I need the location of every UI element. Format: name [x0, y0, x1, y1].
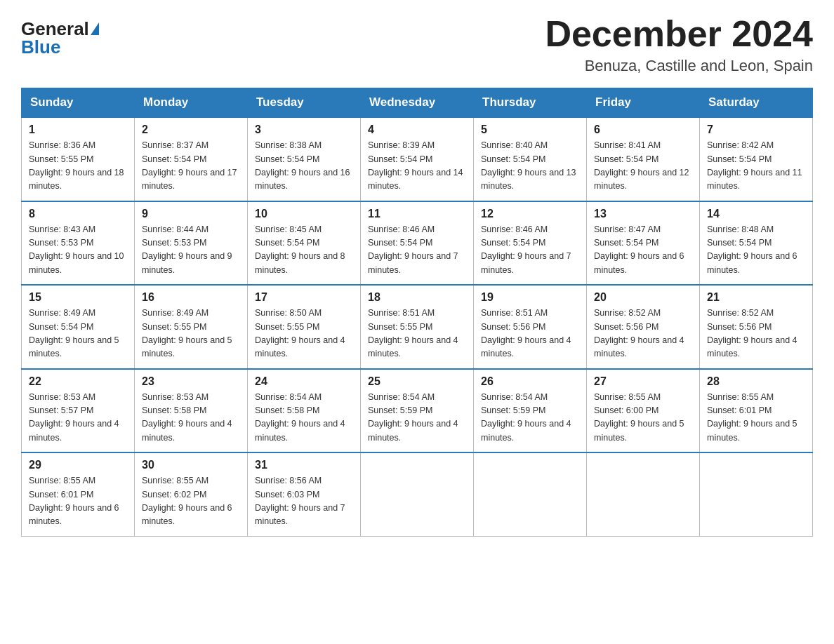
day-info: Sunrise: 8:49 AMSunset: 5:54 PMDaylight:…: [29, 307, 127, 361]
table-row: 4Sunrise: 8:39 AMSunset: 5:54 PMDaylight…: [361, 117, 474, 201]
table-row: 25Sunrise: 8:54 AMSunset: 5:59 PMDayligh…: [361, 369, 474, 453]
day-number: 21: [707, 291, 805, 304]
day-number: 14: [707, 208, 805, 220]
day-info: Sunrise: 8:53 AMSunset: 5:57 PMDaylight:…: [29, 391, 127, 445]
table-row: 30Sunrise: 8:55 AMSunset: 6:02 PMDayligh…: [135, 452, 248, 536]
day-number: 12: [481, 208, 579, 220]
day-number: 29: [29, 459, 127, 471]
day-number: 13: [594, 208, 692, 220]
day-number: 2: [142, 123, 240, 136]
calendar-week-row: 15Sunrise: 8:49 AMSunset: 5:54 PMDayligh…: [22, 285, 813, 369]
day-info: Sunrise: 8:53 AMSunset: 5:58 PMDaylight:…: [142, 391, 240, 445]
day-number: 25: [368, 375, 466, 388]
day-info: Sunrise: 8:43 AMSunset: 5:53 PMDaylight:…: [29, 223, 127, 278]
day-number: 11: [368, 208, 466, 220]
weekday-header-sunday: Sunday: [22, 88, 135, 118]
day-info: Sunrise: 8:50 AMSunset: 5:55 PMDaylight:…: [255, 307, 353, 361]
table-row: 3Sunrise: 8:38 AMSunset: 5:54 PMDaylight…: [248, 117, 361, 201]
table-row: 9Sunrise: 8:44 AMSunset: 5:53 PMDaylight…: [135, 201, 248, 286]
weekday-header-tuesday: Tuesday: [248, 88, 361, 118]
day-info: Sunrise: 8:36 AMSunset: 5:55 PMDaylight:…: [29, 139, 127, 194]
day-info: Sunrise: 8:46 AMSunset: 5:54 PMDaylight:…: [368, 223, 466, 278]
day-number: 18: [368, 291, 466, 304]
table-row: 26Sunrise: 8:54 AMSunset: 5:59 PMDayligh…: [474, 369, 587, 453]
day-info: Sunrise: 8:47 AMSunset: 5:54 PMDaylight:…: [594, 223, 692, 278]
table-row: 23Sunrise: 8:53 AMSunset: 5:58 PMDayligh…: [135, 369, 248, 453]
day-number: 17: [255, 291, 353, 304]
day-number: 15: [29, 291, 127, 304]
day-number: 22: [29, 375, 127, 388]
table-row: 15Sunrise: 8:49 AMSunset: 5:54 PMDayligh…: [22, 285, 135, 369]
calendar-table: SundayMondayTuesdayWednesdayThursdayFrid…: [21, 88, 813, 537]
day-number: 30: [142, 459, 240, 471]
table-row: 2Sunrise: 8:37 AMSunset: 5:54 PMDaylight…: [135, 117, 248, 201]
table-row: 10Sunrise: 8:45 AMSunset: 5:54 PMDayligh…: [248, 201, 361, 286]
table-row: [700, 452, 813, 536]
day-number: 26: [481, 375, 579, 388]
weekday-header-monday: Monday: [135, 88, 248, 118]
weekday-header-friday: Friday: [587, 88, 700, 118]
table-row: [474, 452, 587, 536]
table-row: 8Sunrise: 8:43 AMSunset: 5:53 PMDaylight…: [22, 201, 135, 286]
weekday-header-wednesday: Wednesday: [361, 88, 474, 118]
day-number: 27: [594, 375, 692, 388]
day-number: 1: [29, 123, 127, 136]
day-info: Sunrise: 8:37 AMSunset: 5:54 PMDaylight:…: [142, 139, 240, 194]
day-info: Sunrise: 8:54 AMSunset: 5:59 PMDaylight:…: [481, 391, 579, 445]
page-location: Benuza, Castille and Leon, Spain: [545, 57, 813, 75]
table-row: 12Sunrise: 8:46 AMSunset: 5:54 PMDayligh…: [474, 201, 587, 286]
table-row: 13Sunrise: 8:47 AMSunset: 5:54 PMDayligh…: [587, 201, 700, 286]
title-block: December 2024 Benuza, Castille and Leon,…: [545, 14, 813, 75]
table-row: 24Sunrise: 8:54 AMSunset: 5:58 PMDayligh…: [248, 369, 361, 453]
table-row: 16Sunrise: 8:49 AMSunset: 5:55 PMDayligh…: [135, 285, 248, 369]
day-info: Sunrise: 8:55 AMSunset: 6:01 PMDaylight:…: [707, 391, 805, 445]
calendar-week-row: 1Sunrise: 8:36 AMSunset: 5:55 PMDaylight…: [22, 117, 813, 201]
day-info: Sunrise: 8:39 AMSunset: 5:54 PMDaylight:…: [368, 139, 466, 194]
logo: General Blue: [21, 20, 99, 56]
table-row: 29Sunrise: 8:55 AMSunset: 6:01 PMDayligh…: [22, 452, 135, 536]
table-row: 11Sunrise: 8:46 AMSunset: 5:54 PMDayligh…: [361, 201, 474, 286]
day-number: 3: [255, 123, 353, 136]
weekday-header-saturday: Saturday: [700, 88, 813, 118]
table-row: 6Sunrise: 8:41 AMSunset: 5:54 PMDaylight…: [587, 117, 700, 201]
day-info: Sunrise: 8:52 AMSunset: 5:56 PMDaylight:…: [707, 307, 805, 361]
table-row: 1Sunrise: 8:36 AMSunset: 5:55 PMDaylight…: [22, 117, 135, 201]
day-info: Sunrise: 8:46 AMSunset: 5:54 PMDaylight:…: [481, 223, 579, 278]
day-info: Sunrise: 8:40 AMSunset: 5:54 PMDaylight:…: [481, 139, 579, 194]
day-number: 5: [481, 123, 579, 136]
table-row: [361, 452, 474, 536]
day-info: Sunrise: 8:48 AMSunset: 5:54 PMDaylight:…: [707, 223, 805, 278]
day-info: Sunrise: 8:54 AMSunset: 5:58 PMDaylight:…: [255, 391, 353, 445]
day-info: Sunrise: 8:41 AMSunset: 5:54 PMDaylight:…: [594, 139, 692, 194]
day-info: Sunrise: 8:55 AMSunset: 6:00 PMDaylight:…: [594, 391, 692, 445]
table-row: 22Sunrise: 8:53 AMSunset: 5:57 PMDayligh…: [22, 369, 135, 453]
weekday-header-row: SundayMondayTuesdayWednesdayThursdayFrid…: [22, 88, 813, 118]
day-number: 10: [255, 208, 353, 220]
day-number: 19: [481, 291, 579, 304]
day-number: 23: [142, 375, 240, 388]
logo-general-text: General: [21, 20, 89, 38]
day-info: Sunrise: 8:44 AMSunset: 5:53 PMDaylight:…: [142, 223, 240, 278]
table-row: [587, 452, 700, 536]
day-number: 8: [29, 208, 127, 220]
table-row: 18Sunrise: 8:51 AMSunset: 5:55 PMDayligh…: [361, 285, 474, 369]
page-header: General Blue December 2024 Benuza, Casti…: [21, 14, 813, 75]
day-info: Sunrise: 8:42 AMSunset: 5:54 PMDaylight:…: [707, 139, 805, 194]
day-number: 20: [594, 291, 692, 304]
day-info: Sunrise: 8:49 AMSunset: 5:55 PMDaylight:…: [142, 307, 240, 361]
day-info: Sunrise: 8:45 AMSunset: 5:54 PMDaylight:…: [255, 223, 353, 278]
day-number: 6: [594, 123, 692, 136]
day-number: 7: [707, 123, 805, 136]
logo-triangle-icon: [91, 22, 99, 35]
day-number: 31: [255, 459, 353, 471]
table-row: 14Sunrise: 8:48 AMSunset: 5:54 PMDayligh…: [700, 201, 813, 286]
day-number: 28: [707, 375, 805, 388]
day-number: 24: [255, 375, 353, 388]
day-info: Sunrise: 8:52 AMSunset: 5:56 PMDaylight:…: [594, 307, 692, 361]
day-info: Sunrise: 8:38 AMSunset: 5:54 PMDaylight:…: [255, 139, 353, 194]
weekday-header-thursday: Thursday: [474, 88, 587, 118]
table-row: 27Sunrise: 8:55 AMSunset: 6:00 PMDayligh…: [587, 369, 700, 453]
table-row: 31Sunrise: 8:56 AMSunset: 6:03 PMDayligh…: [248, 452, 361, 536]
day-info: Sunrise: 8:54 AMSunset: 5:59 PMDaylight:…: [368, 391, 466, 445]
day-info: Sunrise: 8:55 AMSunset: 6:02 PMDaylight:…: [142, 474, 240, 529]
